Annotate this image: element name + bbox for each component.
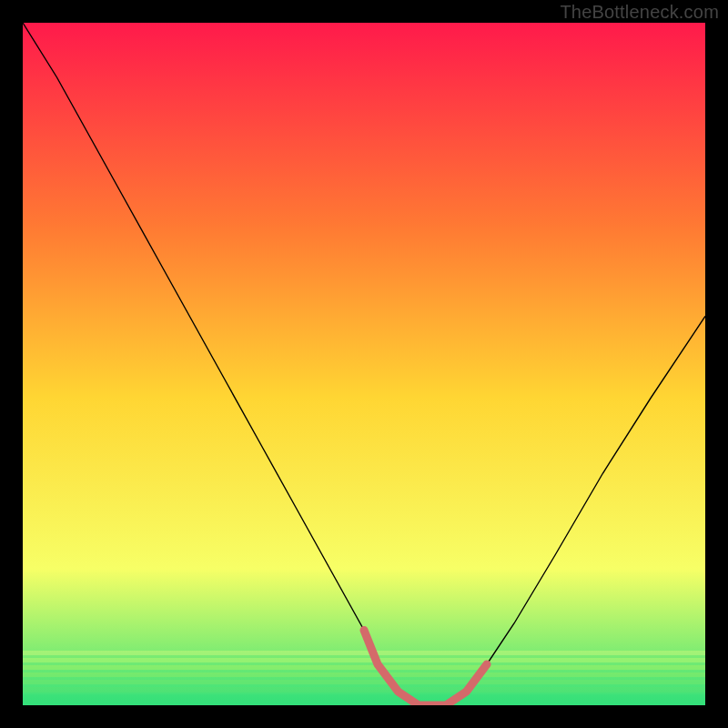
svg-rect-2 bbox=[23, 665, 705, 670]
svg-rect-4 bbox=[23, 680, 705, 684]
gradient-background bbox=[23, 23, 705, 705]
plot-area bbox=[23, 23, 705, 705]
chart-frame: TheBottleneck.com bbox=[0, 0, 728, 728]
svg-rect-6 bbox=[23, 694, 705, 705]
chart-svg bbox=[23, 23, 705, 705]
watermark-text: TheBottleneck.com bbox=[560, 2, 719, 23]
svg-rect-0 bbox=[23, 651, 705, 655]
svg-rect-3 bbox=[23, 672, 705, 677]
svg-rect-5 bbox=[23, 687, 705, 693]
svg-rect-1 bbox=[23, 658, 705, 662]
